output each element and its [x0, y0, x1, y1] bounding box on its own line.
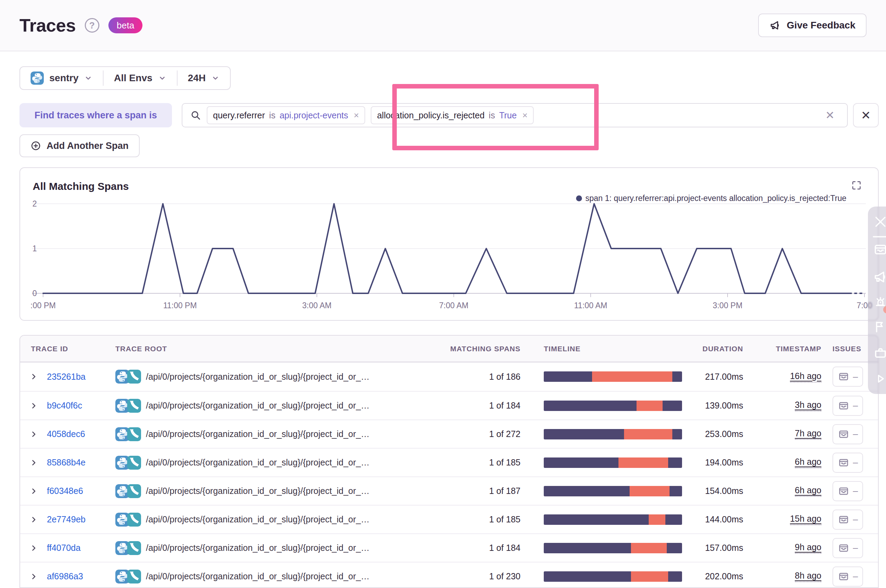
timeline-bar[interactable]: [544, 400, 682, 411]
issues-count-placeholder: –: [853, 371, 858, 382]
filter-token-allocation-policy[interactable]: allocation_policy.is_rejected is True ×: [371, 106, 534, 124]
issues-button[interactable]: –: [832, 366, 863, 387]
timeline-bar[interactable]: [544, 458, 682, 468]
clear-search-icon[interactable]: ✕: [825, 109, 835, 122]
timestamp-link[interactable]: 8h ago: [795, 571, 821, 582]
trace-root-cell: /api/0/projects/{organization_id_or_slug…: [115, 456, 441, 470]
expand-row-chevron-icon[interactable]: [20, 515, 47, 525]
timestamp-link[interactable]: 9h ago: [795, 542, 821, 554]
token-value: api.project-events: [280, 110, 348, 120]
beta-badge: beta: [108, 17, 143, 33]
duration-value: 154.00ms: [682, 486, 743, 496]
trace-table-header: TRACE ID TRACE ROOT MATCHING SPANS TIMEL…: [20, 336, 878, 362]
project-selector[interactable]: sentry: [20, 67, 103, 89]
trace-root-path: /api/0/projects/{organization_id_or_slug…: [146, 429, 369, 439]
trace-id-link[interactable]: b9c40f6c: [47, 400, 82, 410]
matching-spans-count: 1 of 186: [441, 372, 520, 382]
expand-row-chevron-icon[interactable]: [20, 572, 47, 581]
trace-root-path: /api/0/projects/{organization_id_or_slug…: [146, 400, 369, 411]
trace-root-path: /api/0/projects/{organization_id_or_slug…: [146, 458, 369, 468]
timeline-bar[interactable]: [544, 572, 682, 582]
remove-token-icon[interactable]: ×: [352, 110, 359, 121]
duration-value: 194.00ms: [682, 458, 743, 468]
flask-icon: [127, 541, 141, 555]
chart-title: All Matching Spans: [33, 180, 129, 192]
inbox-icon: [838, 371, 850, 382]
expand-row-chevron-icon[interactable]: [20, 401, 47, 411]
add-another-span-label: Add Another Span: [47, 141, 129, 152]
expand-row-chevron-icon[interactable]: [20, 372, 47, 381]
help-icon[interactable]: ?: [85, 18, 99, 33]
fullscreen-icon[interactable]: [851, 180, 862, 191]
timeline-bar[interactable]: [544, 514, 682, 525]
timestamp-link[interactable]: 6h ago: [795, 457, 821, 468]
trace-root-cell: /api/0/projects/{organization_id_or_slug…: [115, 513, 441, 526]
expand-row-chevron-icon[interactable]: [20, 486, 47, 496]
trace-id-link[interactable]: 4058dec6: [47, 429, 85, 439]
timestamp-link[interactable]: 16h ago: [790, 371, 821, 382]
trace-root-path: /api/0/projects/{organization_id_or_slug…: [146, 486, 369, 496]
chevron-down-icon: [211, 74, 220, 82]
duration-value: 217.00ms: [682, 372, 743, 382]
inbox-icon[interactable]: [873, 242, 886, 257]
trace-id-link[interactable]: ff4070da: [47, 543, 81, 553]
flag-icon[interactable]: [873, 320, 886, 334]
timeline-bar[interactable]: [544, 543, 682, 553]
inbox-icon: [838, 457, 850, 469]
give-feedback-button[interactable]: Give Feedback: [758, 14, 866, 37]
svg-text:11:00 PM: 11:00 PM: [163, 301, 197, 310]
duration-value: 202.00ms: [682, 572, 743, 581]
timeline-bar[interactable]: [544, 486, 682, 496]
issues-button[interactable]: –: [832, 453, 863, 473]
remove-token-icon[interactable]: ×: [521, 110, 527, 121]
briefcase-icon[interactable]: [873, 345, 886, 360]
column-header-timestamp: TIMESTAMP: [743, 345, 821, 353]
flask-icon: [127, 570, 141, 584]
expand-row-chevron-icon[interactable]: [20, 458, 47, 468]
table-row: 4058dec6/api/0/projects/{organization_id…: [20, 419, 878, 448]
trace-table-body: 235261ba/api/0/projects/{organization_id…: [20, 362, 878, 588]
timestamp-link[interactable]: 7h ago: [795, 428, 821, 440]
svg-text:11:00 AM: 11:00 AM: [574, 301, 607, 310]
trace-root-path: /api/0/projects/{organization_id_or_slug…: [146, 372, 369, 382]
issues-button[interactable]: –: [832, 424, 863, 444]
issues-button[interactable]: –: [832, 396, 863, 416]
flask-icon: [127, 484, 141, 498]
timestamp-link[interactable]: 15h ago: [790, 514, 821, 525]
span-search-bar[interactable]: query.referrer is api.project-events × a…: [182, 103, 848, 128]
add-another-span-button[interactable]: Add Another Span: [20, 134, 140, 157]
issues-count-placeholder: –: [853, 571, 858, 582]
environment-selector[interactable]: All Envs: [104, 67, 176, 89]
trace-id-link[interactable]: 235261ba: [47, 372, 86, 381]
expand-row-chevron-icon[interactable]: [20, 429, 47, 439]
page-title: Traces: [20, 15, 76, 36]
flask-icon: [127, 513, 141, 526]
expand-row-chevron-icon[interactable]: [20, 543, 47, 553]
issues-button[interactable]: –: [832, 481, 863, 501]
megaphone-icon[interactable]: [873, 269, 886, 285]
flask-icon: [127, 370, 141, 384]
plus-circle-icon: [30, 141, 41, 151]
filter-token-query-referrer[interactable]: query.referrer is api.project-events ×: [207, 106, 365, 124]
issues-button[interactable]: –: [832, 567, 863, 586]
trace-id-link[interactable]: f60348e6: [47, 486, 83, 496]
timeline-bar[interactable]: [544, 371, 682, 382]
timestamp-link[interactable]: 3h ago: [795, 400, 821, 411]
timeline-bar[interactable]: [544, 429, 682, 440]
matching-spans-count: 1 of 184: [441, 400, 520, 411]
trace-id-link[interactable]: 85868b4e: [47, 458, 86, 467]
trace-id-link[interactable]: 2e7749eb: [47, 514, 86, 524]
column-header-matching-spans: MATCHING SPANS: [441, 345, 520, 353]
date-range-selector[interactable]: 24H: [178, 67, 230, 89]
issues-button[interactable]: –: [832, 538, 863, 558]
close-search-button[interactable]: ✕: [853, 103, 879, 128]
play-icon[interactable]: [873, 371, 886, 386]
token-key: query.referrer: [213, 110, 265, 120]
trace-id-link[interactable]: af6986a3: [47, 572, 83, 581]
timestamp-link[interactable]: 6h ago: [795, 485, 821, 497]
token-value: True: [499, 110, 517, 120]
chart-legend[interactable]: span 1: query.referrer:api.project-event…: [576, 194, 846, 203]
close-icon[interactable]: [873, 214, 886, 230]
issues-button[interactable]: –: [832, 510, 863, 530]
token-key: allocation_policy.is_rejected: [377, 110, 484, 120]
